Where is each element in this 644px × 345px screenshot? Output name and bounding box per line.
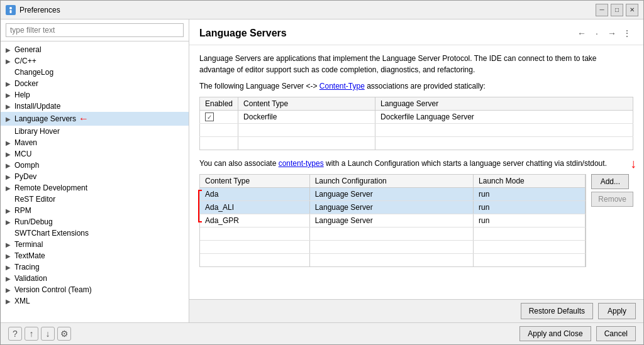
forward-button[interactable]: → [606, 27, 618, 40]
sidebar-item-tracing[interactable]: ▶ Tracing [1, 261, 189, 273]
sidebar-item-label: XML [14, 297, 30, 305]
launch-section: Content Type Launch Configuration Launch… [199, 174, 633, 267]
sidebar-item-language-servers[interactable]: ▶ Language Servers ← [1, 112, 189, 126]
sidebar-item-label: Tracing [14, 263, 40, 271]
expand-icon: ▶ [6, 219, 13, 226]
sidebar-item-oomph[interactable]: ▶ Oomph [1, 160, 189, 171]
apply-button[interactable]: Apply [598, 303, 636, 319]
sidebar-item-rpm[interactable]: ▶ RPM [1, 205, 189, 216]
table-row[interactable]: Ada_GPR Language Server run [200, 214, 586, 227]
static-assoc-text: The following Language Server <-> Conten… [199, 80, 633, 92]
cancel-button[interactable]: Cancel [596, 326, 636, 341]
sidebar-item-version-control[interactable]: ▶ Version Control (Team) [1, 284, 189, 295]
expand-icon: ▶ [6, 80, 13, 87]
settings-icon-btn[interactable]: ⚙ [57, 327, 71, 341]
expand-icon: ▶ [6, 103, 13, 110]
search-box [1, 19, 189, 41]
minimize-button[interactable]: ─ [596, 4, 608, 16]
app-icon [6, 5, 16, 15]
right-body: Language Servers are applications that i… [189, 45, 643, 299]
import-icon-btn[interactable]: ↓ [41, 327, 55, 341]
sidebar-item-changelog[interactable]: ChangeLog [1, 67, 189, 78]
content-type-cell: Dockerfile [238, 111, 375, 124]
expand-icon: ▶ [6, 275, 13, 282]
desc2-suffix: associations are provided statically: [365, 82, 486, 90]
sidebar-item-label: Install/Update [14, 102, 60, 111]
close-button[interactable]: ✕ [626, 4, 638, 16]
right-header: Language Servers ← · → ⋮ [189, 19, 643, 45]
expand-icon: ▶ [6, 162, 13, 169]
content-types-link[interactable]: content-types [279, 159, 324, 168]
expand-icon: ▶ [6, 241, 13, 248]
sidebar-item-pydev[interactable]: ▶ PyDev [1, 171, 189, 182]
sidebar-item-terminal[interactable]: ▶ Terminal [1, 239, 189, 250]
desc2-prefix: The following Language Server <-> [199, 82, 319, 90]
restore-defaults-button[interactable]: Restore Defaults [521, 303, 593, 319]
sidebar-item-label: PyDev [14, 172, 36, 181]
description-text: Language Servers are applications that i… [199, 53, 633, 75]
language-server-cell: Dockerfile Language Server [375, 111, 633, 124]
table-row-empty [200, 227, 586, 241]
sidebar-item-install-update[interactable]: ▶ Install/Update [1, 101, 189, 112]
remove-button[interactable]: Remove [591, 192, 633, 207]
sidebar-item-xml[interactable]: ▶ XML [1, 295, 189, 307]
sidebar-item-label: Terminal [14, 240, 43, 249]
preferences-window: Preferences ─ □ ✕ ▶ General ▶ C/C++ [0, 0, 644, 345]
sidebar-item-label: Validation [14, 274, 47, 283]
ada-gpr-content-type: Ada_GPR [200, 214, 309, 227]
help-icon-btn[interactable]: ? [8, 327, 22, 341]
sidebar-item-label: SWTChart Extensions [14, 229, 89, 238]
sidebar-item-label: MCU [14, 150, 31, 158]
sidebar-item-swtchart[interactable]: SWTChart Extensions [1, 227, 189, 239]
sidebar-item-help[interactable]: ▶ Help [1, 89, 189, 101]
sidebar-item-library-hover[interactable]: Library Hover [1, 126, 189, 137]
expand-icon: ▶ [6, 47, 13, 53]
left-panel: ▶ General ▶ C/C++ ChangeLog ▶ Docker ▶ [1, 19, 189, 322]
sidebar-item-docker[interactable]: ▶ Docker [1, 78, 189, 89]
nav-icons: ← · → ⋮ [575, 27, 633, 40]
action-footer: Restore Defaults Apply [189, 299, 643, 322]
sidebar-item-label: Docker [14, 79, 38, 88]
footer-icons-group: ? ↑ ↓ ⚙ [8, 327, 514, 341]
sidebar-item-remote-dev[interactable]: ▶ Remote Development [1, 182, 189, 194]
sidebar-item-label: TextMate [14, 251, 45, 260]
launch-table-wrapper: Content Type Launch Configuration Launch… [199, 174, 586, 267]
add-arrow-annotation: ↓ [630, 156, 636, 171]
add-btn-wrapper: ↓ Add... [591, 174, 633, 189]
sidebar-item-rest-editor[interactable]: ReST Editor [1, 194, 189, 205]
expand-icon: ▶ [6, 298, 13, 305]
sidebar-item-cpp[interactable]: ▶ C/C++ [1, 55, 189, 67]
enabled-col-header: Enabled [200, 97, 238, 111]
sidebar-item-maven[interactable]: ▶ Maven [1, 137, 189, 148]
expand-icon [6, 230, 13, 237]
menu-button[interactable]: ⋮ [621, 27, 633, 40]
export-icon-btn[interactable]: ↑ [25, 327, 38, 341]
sidebar-item-label: General [14, 45, 42, 54]
launch-config-table[interactable]: Content Type Launch Configuration Launch… [200, 175, 586, 266]
back-button[interactable]: ← [575, 27, 588, 40]
expand-icon: ▶ [6, 207, 13, 214]
table-row[interactable]: Ada Language Server run [200, 188, 586, 201]
sidebar-item-run-debug[interactable]: ▶ Run/Debug [1, 216, 189, 227]
sidebar-item-general[interactable]: ▶ General [1, 44, 189, 55]
apply-and-close-button[interactable]: Apply and Close [519, 326, 591, 341]
sidebar-item-label: Run/Debug [14, 217, 53, 226]
checkbox[interactable]: ✓ [205, 112, 214, 121]
sidebar-item-textmate[interactable]: ▶ TextMate [1, 250, 189, 261]
maximize-button[interactable]: □ [611, 4, 623, 16]
svg-rect-2 [10, 10, 12, 13]
add-button[interactable]: Add... [591, 174, 629, 189]
sidebar-item-mcu[interactable]: ▶ MCU [1, 148, 189, 160]
content-type-link[interactable]: Content-Type [319, 82, 365, 90]
ada-ali-launch-mode: run [474, 201, 586, 214]
launch-mode-header: Launch Mode [474, 175, 586, 188]
sidebar-item-validation[interactable]: ▶ Validation [1, 273, 189, 284]
table-row[interactable]: Ada_ALI Language Server run [200, 201, 586, 214]
sidebar-item-label: Oomph [14, 161, 39, 170]
expand-icon: ▶ [6, 287, 13, 293]
launch-buttons: ↓ Add... Remove [591, 174, 633, 207]
table-row-empty [200, 254, 586, 267]
tree-nav: ▶ General ▶ C/C++ ChangeLog ▶ Docker ▶ [1, 41, 189, 322]
search-input[interactable] [6, 23, 184, 37]
close-footer: ? ↑ ↓ ⚙ Apply and Close Cancel [1, 322, 643, 344]
